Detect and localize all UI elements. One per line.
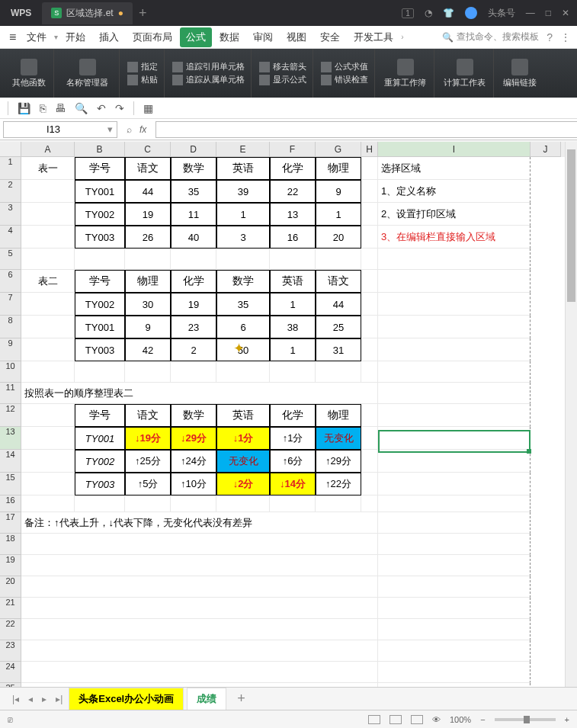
avatar[interactable] <box>465 7 477 19</box>
cell[interactable] <box>361 495 378 512</box>
grid-icon[interactable]: ▦ <box>143 102 153 114</box>
cell[interactable]: ↑29分 <box>316 450 361 473</box>
cell[interactable] <box>378 534 531 555</box>
spreadsheet[interactable]: A B C D E F G H I J 1 表一 学号 语文 数学 英语 化学 … <box>0 142 577 687</box>
cell[interactable] <box>378 555 531 576</box>
preview-icon[interactable]: 🔍 <box>75 102 88 114</box>
cell[interactable] <box>361 404 378 427</box>
row-header[interactable]: 13 <box>0 427 21 450</box>
cell[interactable] <box>21 495 75 512</box>
cell[interactable]: 44 <box>316 293 361 316</box>
cell-selected[interactable] <box>378 427 531 450</box>
cell[interactable]: 备注：↑代表上升，↓代表下降，无变化代表没有差异 <box>21 512 378 534</box>
cell[interactable] <box>216 495 270 512</box>
ribbon-trace-dep[interactable]: 追踪从属单元格 <box>172 74 245 85</box>
cell[interactable] <box>21 473 75 495</box>
vertical-scrollbar[interactable] <box>565 142 577 687</box>
cell[interactable]: 9 <box>316 180 361 203</box>
cell[interactable] <box>270 495 316 512</box>
row-header[interactable]: 23 <box>0 640 21 662</box>
view-break-icon[interactable] <box>411 715 423 724</box>
cell[interactable]: 语文 <box>125 404 171 427</box>
cell[interactable]: 35 <box>171 180 216 203</box>
cell[interactable] <box>21 450 75 473</box>
cell[interactable] <box>378 361 531 383</box>
add-sheet-button[interactable]: + <box>229 691 253 707</box>
cell[interactable] <box>361 450 378 473</box>
cell[interactable] <box>216 249 270 270</box>
cell[interactable] <box>378 640 531 662</box>
cell[interactable]: 1、定义名称 <box>378 180 531 203</box>
cell[interactable] <box>378 495 531 512</box>
cell[interactable] <box>316 249 361 270</box>
cell[interactable]: 表二 <box>21 270 75 293</box>
tab-nav-last[interactable]: ▸| <box>53 694 66 704</box>
cell[interactable]: ↑1分 <box>270 427 316 450</box>
cell[interactable] <box>216 361 270 383</box>
cell[interactable]: 无变化 <box>316 427 361 450</box>
cell[interactable]: 13 <box>270 203 316 226</box>
cell[interactable] <box>21 293 75 316</box>
view-layout-icon[interactable] <box>389 715 402 724</box>
cell[interactable] <box>378 598 531 619</box>
zoom-value[interactable]: 100% <box>450 715 471 724</box>
menu-file[interactable]: 文件 <box>21 27 53 47</box>
cell[interactable]: 物理 <box>316 404 361 427</box>
cell[interactable] <box>21 203 75 226</box>
menu-formula[interactable]: 公式 <box>180 27 212 47</box>
cell[interactable] <box>21 534 378 555</box>
tab-nav-next[interactable]: ▸ <box>39 694 50 704</box>
cell[interactable] <box>361 473 378 495</box>
cell[interactable]: 1 <box>216 203 270 226</box>
col-header[interactable]: A <box>21 142 75 157</box>
cell[interactable] <box>171 249 216 270</box>
cell[interactable] <box>378 512 531 534</box>
cell[interactable]: TY003 <box>75 338 125 361</box>
cell[interactable]: ↓19分 <box>125 427 171 450</box>
menu-start[interactable]: 开始 <box>59 27 91 47</box>
cell[interactable] <box>125 495 171 512</box>
cell[interactable]: 6 <box>216 316 270 338</box>
row-header[interactable]: 18 <box>0 534 21 555</box>
cell[interactable]: 2 <box>171 338 216 361</box>
minimize-button[interactable]: — <box>526 8 535 18</box>
hamburger-icon[interactable]: ≡ <box>6 30 19 44</box>
cell[interactable]: ↓14分 <box>270 473 316 495</box>
save-icon[interactable]: 💾 <box>18 102 30 114</box>
cell[interactable]: ↑5分 <box>125 473 171 495</box>
cell[interactable] <box>361 427 378 450</box>
zoom-thumb[interactable] <box>524 716 530 723</box>
col-header[interactable]: F <box>270 142 316 157</box>
cell[interactable] <box>21 427 75 450</box>
maximize-button[interactable]: □ <box>546 8 551 18</box>
cell[interactable]: 1 <box>270 338 316 361</box>
zoom-out-button[interactable]: − <box>480 715 485 724</box>
formula-input[interactable] <box>155 121 577 138</box>
cell[interactable]: 语文 <box>125 157 171 180</box>
cell[interactable]: 39 <box>216 180 270 203</box>
cell[interactable] <box>21 404 75 427</box>
cell[interactable]: 英语 <box>216 157 270 180</box>
cell[interactable]: TY002 <box>75 450 125 473</box>
cell[interactable]: ↑24分 <box>171 450 216 473</box>
ribbon-show-formula[interactable]: 显示公式 <box>259 74 306 85</box>
cell[interactable] <box>75 249 125 270</box>
cell[interactable]: 3、在编辑栏直接输入区域 <box>378 226 531 249</box>
stats-icon[interactable]: ⎚ <box>8 715 13 724</box>
cell[interactable]: 化学 <box>270 157 316 180</box>
cell[interactable] <box>316 361 361 383</box>
window-count[interactable]: 1 <box>402 8 414 18</box>
cell[interactable]: 化学 <box>171 270 216 293</box>
cell[interactable] <box>171 495 216 512</box>
col-header[interactable]: B <box>75 142 125 157</box>
menu-devtools[interactable]: 开发工具 <box>348 27 399 47</box>
sheet-tab[interactable]: 头条Excel办公小动画 <box>69 688 184 710</box>
cell[interactable]: 表一 <box>21 157 75 180</box>
cell[interactable] <box>21 338 75 361</box>
ribbon-eval-formula[interactable]: 公式求值 <box>321 61 368 72</box>
fx-label[interactable]: fx <box>139 124 146 135</box>
cell[interactable] <box>125 249 171 270</box>
cell[interactable]: 按照表一的顺序整理表二 <box>21 383 378 404</box>
cell[interactable] <box>361 361 378 383</box>
print-icon[interactable]: 🖶 <box>55 102 66 114</box>
